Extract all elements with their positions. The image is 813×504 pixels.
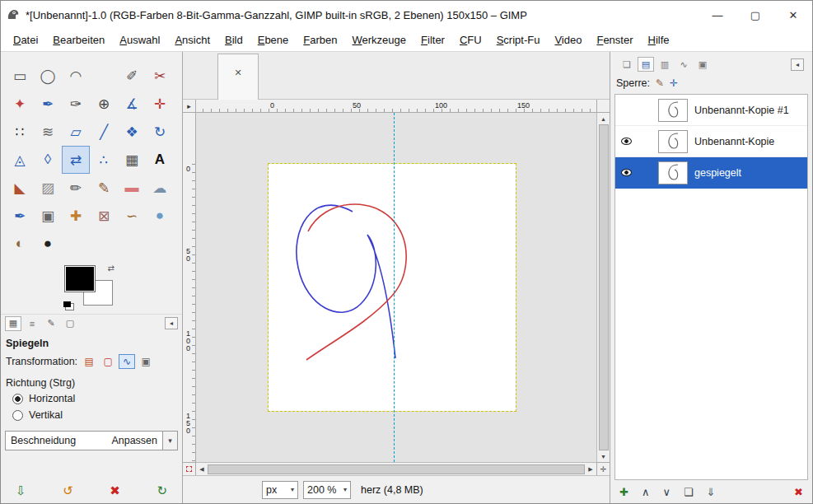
canvas[interactable]	[269, 164, 516, 411]
move-tool[interactable]: ✛	[146, 90, 174, 118]
menu-ansicht[interactable]: Ansicht	[167, 31, 217, 49]
free-select-tool[interactable]: ◠	[62, 62, 90, 90]
dock-tab-patterns[interactable]: ▢	[62, 316, 78, 331]
dodge-burn-tool[interactable]: ◐	[6, 230, 34, 258]
radio-icon[interactable]	[12, 394, 23, 404]
unit-select[interactable]: px ▾	[262, 481, 298, 499]
menu-fenster[interactable]: Fenster	[589, 31, 640, 49]
visibility-toggle[interactable]	[615, 157, 637, 188]
measure-tool[interactable]: ∡	[118, 90, 146, 118]
menu-bearbeiten[interactable]: Bearbeiten	[45, 31, 112, 49]
vertical-scrollbar[interactable]: ▲ ▼	[596, 113, 610, 462]
navigation-button[interactable]: ✛	[596, 462, 610, 475]
rotate-tool[interactable]: ↻	[146, 118, 174, 146]
warp-transform-tool[interactable]: ≋	[34, 118, 62, 146]
lower-layer-button[interactable]: ∨	[662, 486, 670, 498]
ink-tool[interactable]: ✒	[6, 202, 34, 230]
zoom-follow-window-button[interactable]	[596, 100, 610, 113]
anchor-layer-button[interactable]: ⇓	[707, 486, 716, 498]
transform-selection-button[interactable]: ▢	[100, 354, 116, 369]
lock-position-icon[interactable]: ✛	[670, 77, 678, 89]
zoom-select[interactable]: 200 % ▾	[303, 481, 351, 499]
chain-toggle[interactable]	[637, 95, 658, 125]
ruler-corner-icon[interactable]: ▸	[183, 100, 196, 113]
horizontal-scrollbar[interactable]: ◀ ▶	[196, 462, 596, 475]
perspective-tool[interactable]: ◊	[34, 146, 62, 174]
menu-ebene[interactable]: Ebene	[250, 31, 297, 49]
swap-colors-icon[interactable]: ⇄	[108, 264, 114, 273]
alignment-tool[interactable]: ∷	[6, 118, 34, 146]
reset-tool-options-button[interactable]: ↻	[157, 483, 167, 498]
paths-tool[interactable]: ✒	[34, 90, 62, 118]
canvas-viewport[interactable]	[196, 113, 596, 462]
transform-layer-button[interactable]: ▤	[81, 354, 97, 369]
radio-icon[interactable]	[12, 410, 23, 421]
vertical-ruler[interactable]: 0 50 100 150	[183, 113, 196, 462]
lock-pixels-icon[interactable]: ✎	[656, 77, 664, 89]
ellipse-select-tool[interactable]: ◯	[34, 62, 62, 90]
text-tool[interactable]: A	[146, 146, 174, 174]
heal-tool[interactable]: ✚	[62, 202, 90, 230]
horizontal-ruler[interactable]: 0 50 100 150	[196, 100, 596, 113]
dock-tab-device-status[interactable]: ≡	[24, 316, 40, 331]
chain-toggle[interactable]	[637, 157, 658, 188]
layer-row[interactable]: Unbenannt-Kopie #1	[615, 95, 807, 126]
paintbrush-tool[interactable]: ✎	[90, 174, 118, 202]
blur-sharpen-tool[interactable]: ●	[146, 202, 174, 230]
scroll-left-icon[interactable]: ◀	[196, 463, 208, 476]
chain-toggle[interactable]	[637, 126, 658, 156]
seamless-clone-tool[interactable]: ▦	[118, 146, 146, 174]
close-button[interactable]: ✕	[774, 1, 812, 29]
foreground-color-swatch[interactable]	[65, 266, 95, 292]
restore-tool-preset-button[interactable]: ↺	[63, 483, 73, 498]
zoom-tool[interactable]: ⊕	[90, 90, 118, 118]
menu-werkzeuge[interactable]: Werkzeuge	[345, 31, 414, 49]
tab-close-icon[interactable]: ✕	[234, 68, 241, 78]
menu-cfu[interactable]: CFU	[452, 31, 489, 49]
menu-video[interactable]: Video	[547, 31, 589, 49]
layer-row[interactable]: Unbenannt-Kopie	[615, 126, 807, 157]
layer-row[interactable]: gespiegelt	[615, 157, 807, 189]
n-point-deformation-tool[interactable]: ∴	[90, 146, 118, 174]
scissors-select-tool[interactable]: ✂	[146, 62, 174, 90]
transform-image-button[interactable]: ▣	[138, 354, 154, 369]
bucket-fill-tool[interactable]: ◣	[6, 174, 34, 202]
image-tab[interactable]: ✕	[217, 54, 259, 100]
shear-tool[interactable]: ╱	[90, 118, 118, 146]
menu-filter[interactable]: Filter	[414, 31, 452, 49]
mypaint-brush-tool[interactable]: ●	[34, 230, 62, 258]
menu-bild[interactable]: Bild	[217, 31, 250, 49]
menu-script-fu[interactable]: Script-Fu	[489, 31, 548, 49]
vertical-scroll-thumb[interactable]	[599, 124, 609, 450]
airbrush-tool[interactable]: ☁	[146, 174, 174, 202]
color-picker-tool[interactable]: ✑	[62, 90, 90, 118]
scroll-right-icon[interactable]: ▶	[585, 463, 596, 476]
handle-transform-tool[interactable]: ❖	[118, 118, 146, 146]
dock-tab-tool-options[interactable]: ▦	[5, 316, 21, 331]
dock-tab-brushes[interactable]: ✎	[43, 316, 59, 331]
scroll-down-icon[interactable]: ▼	[597, 450, 610, 462]
clone-tool[interactable]: ▣	[34, 202, 62, 230]
visibility-toggle[interactable]	[615, 126, 637, 156]
save-tool-preset-button[interactable]: ⇩	[16, 483, 26, 498]
collapse-panel-icon[interactable]: ◂	[791, 58, 804, 71]
menu-hilfe[interactable]: Hilfe	[641, 31, 677, 49]
guide-line[interactable]	[394, 113, 395, 462]
new-layer-button[interactable]: ✚	[619, 486, 628, 498]
eraser-tool[interactable]: ▬	[118, 174, 146, 202]
transform-path-button[interactable]: ∿	[119, 354, 135, 369]
minimize-button[interactable]: —	[699, 1, 736, 29]
by-color-select-tool[interactable]: ✦	[6, 90, 34, 118]
perspective-clone-tool[interactable]: ⊠	[90, 202, 118, 230]
radio-vertikal[interactable]: Vertikal	[1, 407, 182, 423]
cage-transform-tool[interactable]: ◬	[6, 146, 34, 174]
visibility-toggle[interactable]	[615, 95, 637, 125]
flip-tool[interactable]: ⇄	[62, 146, 90, 174]
delete-tool-preset-button[interactable]: ✖	[110, 483, 120, 498]
dropdown-arrow-icon[interactable]: ▾	[162, 432, 177, 450]
dock-tab-paths[interactable]: ∿	[675, 57, 692, 72]
duplicate-layer-button[interactable]: ❏	[684, 486, 694, 498]
maximize-button[interactable]: ▢	[736, 1, 774, 29]
dock-tab-images[interactable]: ▣	[694, 57, 711, 72]
horizontal-scroll-thumb[interactable]	[208, 464, 585, 474]
